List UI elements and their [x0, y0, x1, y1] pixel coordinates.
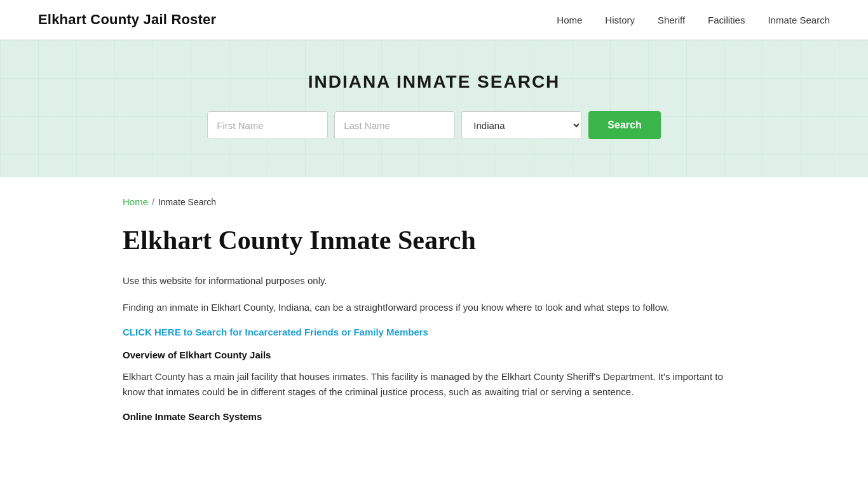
nav-inmate-search[interactable]: Inmate Search: [768, 15, 830, 25]
click-here-block: CLICK HERE to Search for Incarcerated Fr…: [123, 327, 745, 338]
intro-para-2: Finding an inmate in Elkhart County, Ind…: [123, 300, 745, 315]
nav-history[interactable]: History: [605, 15, 635, 25]
search-button[interactable]: Search: [588, 111, 660, 139]
hero-title: INDIANA INMATE SEARCH: [13, 72, 855, 92]
first-name-input[interactable]: [207, 111, 328, 139]
hero-banner: INDIANA INMATE SEARCH Indiana Alabama Al…: [0, 40, 868, 177]
nav-sheriff[interactable]: Sheriff: [658, 15, 685, 25]
last-name-input[interactable]: [334, 111, 455, 139]
nav-facilities[interactable]: Facilities: [708, 15, 745, 25]
state-select[interactable]: Indiana Alabama Alaska Arizona Arkansas …: [461, 111, 582, 139]
search-form: Indiana Alabama Alaska Arizona Arkansas …: [13, 111, 855, 139]
incarcerated-search-link[interactable]: CLICK HERE to Search for Incarcerated Fr…: [123, 327, 428, 337]
main-nav: Home History Sheriff Facilities Inmate S…: [557, 15, 830, 25]
breadcrumb-home[interactable]: Home: [123, 196, 148, 207]
intro-para-1: Use this website for informational purpo…: [123, 273, 745, 288]
nav-home[interactable]: Home: [557, 15, 582, 25]
online-systems-heading: Online Inmate Search Systems: [123, 411, 745, 422]
overview-heading: Overview of Elkhart County Jails: [123, 349, 745, 360]
breadcrumb-separator: /: [152, 197, 154, 207]
breadcrumb: Home / Inmate Search: [123, 196, 745, 207]
breadcrumb-current: Inmate Search: [158, 197, 216, 207]
main-content: Home / Inmate Search Elkhart County Inma…: [85, 177, 783, 456]
page-title: Elkhart County Inmate Search: [123, 225, 745, 255]
site-header: Elkhart County Jail Roster Home History …: [0, 0, 868, 40]
site-title: Elkhart County Jail Roster: [38, 11, 216, 28]
overview-para: Elkhart County has a main jail facility …: [123, 369, 745, 400]
